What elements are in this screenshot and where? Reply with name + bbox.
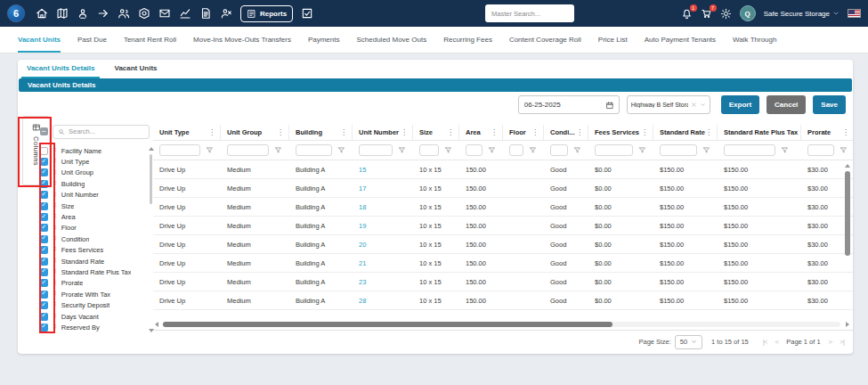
column-header-fees-services[interactable]: Fees Services⋮	[588, 125, 653, 140]
column-checkbox[interactable]	[40, 246, 48, 254]
calendar-icon[interactable]	[605, 101, 614, 110]
column-header-standard-rate[interactable]: Standard Rate⋮	[653, 125, 718, 140]
column-menu-icon[interactable]: ⋮	[705, 128, 712, 136]
next-page-button[interactable]: >	[829, 338, 832, 346]
drag-handle-icon[interactable]: ⠿	[53, 269, 57, 275]
chart-icon[interactable]	[179, 7, 191, 20]
column-filter-input[interactable]	[359, 144, 393, 156]
column-checkbox[interactable]	[40, 191, 48, 199]
facility-select[interactable]: Highway B Self Storage	[627, 95, 710, 114]
column-header-area[interactable]: Area⋮	[459, 125, 503, 140]
drag-handle-icon[interactable]: ⠿	[53, 170, 57, 176]
column-menu-icon[interactable]: ⋮	[340, 128, 347, 136]
date-picker[interactable]	[518, 95, 620, 114]
column-checkbox[interactable]	[40, 235, 48, 243]
column-menu-icon[interactable]: ⋮	[447, 128, 454, 136]
drag-handle-icon[interactable]: ⠿	[53, 324, 57, 331]
column-header-unit-group[interactable]: Unit Group⋮	[221, 125, 289, 140]
drag-handle-icon[interactable]: ⠿	[53, 192, 57, 199]
tab-move-ins-move-outs-transfers[interactable]: Move-Ins Move-Outs Transfers	[193, 27, 291, 53]
subtab-vacant-units[interactable]: Vacant Units	[109, 60, 162, 78]
column-header-standard-rate-plus-tax[interactable]: Standard Rate Plus Tax⋮	[718, 125, 801, 140]
column-menu-icon[interactable]: ⋮	[401, 128, 408, 136]
column-checkbox[interactable]	[40, 180, 48, 188]
column-filter-input[interactable]	[595, 144, 633, 156]
tab-scheduled-move-outs[interactable]: Scheduled Move Outs	[356, 27, 426, 53]
mail-icon[interactable]	[158, 7, 171, 20]
column-filter-input[interactable]	[227, 144, 269, 156]
date-input[interactable]	[519, 101, 605, 109]
filter-funnel-icon[interactable]	[529, 146, 537, 154]
columns-search-input[interactable]	[69, 127, 131, 135]
filter-funnel-icon[interactable]	[444, 146, 452, 154]
drag-handle-icon[interactable]: ⠿	[53, 225, 57, 232]
column-filter-input[interactable]	[466, 144, 483, 156]
unit-number-link[interactable]: 21	[353, 254, 413, 272]
drag-handle-icon[interactable]: ⠿	[53, 159, 57, 165]
arrow-right-icon[interactable]	[97, 7, 110, 20]
tab-payments[interactable]: Payments	[308, 27, 340, 53]
filter-funnel-icon[interactable]	[206, 146, 214, 154]
column-menu-icon[interactable]: ⋮	[842, 128, 849, 136]
tab-tenant-rent-roll[interactable]: Tenant Rent Roll	[124, 27, 176, 53]
column-checkbox[interactable]	[40, 213, 48, 221]
cancel-button[interactable]: Cancel	[767, 95, 806, 114]
drag-handle-icon[interactable]: ⠿	[53, 291, 57, 298]
column-header-size[interactable]: Size⋮	[413, 125, 459, 140]
us-flag-icon[interactable]	[848, 9, 861, 18]
column-menu-icon[interactable]: ⋮	[208, 128, 215, 136]
unit-number-link[interactable]: 28	[353, 291, 413, 309]
column-filter-input[interactable]	[296, 144, 332, 156]
chevron-down-icon[interactable]	[700, 102, 706, 108]
column-header-floor[interactable]: Floor⋮	[503, 125, 544, 140]
unit-number-link[interactable]: 18	[353, 198, 413, 216]
scroll-thumb[interactable]	[150, 154, 152, 204]
filter-funnel-icon[interactable]	[337, 146, 345, 154]
filter-funnel-icon[interactable]	[840, 146, 848, 154]
tab-content-coverage-roll[interactable]: Content Coverage Roll	[509, 27, 581, 53]
documents-icon[interactable]	[199, 7, 212, 20]
column-header-building[interactable]: Building⋮	[289, 125, 353, 140]
column-filter-input[interactable]	[419, 144, 439, 156]
tab-recurring-fees[interactable]: Recurring Fees	[443, 27, 492, 53]
filter-funnel-icon[interactable]	[781, 146, 789, 154]
column-header-prorate[interactable]: Prorate⋮	[801, 125, 853, 140]
drag-handle-icon[interactable]: ⠿	[53, 281, 57, 287]
column-checkbox[interactable]	[40, 202, 48, 210]
column-header-unit-type[interactable]: Unit Type⋮	[153, 125, 221, 140]
prev-page-button[interactable]: <	[775, 338, 779, 346]
column-header-unit-number[interactable]: Unit Number⋮	[353, 125, 413, 140]
save-button[interactable]: Save	[813, 95, 846, 114]
filter-funnel-icon[interactable]	[702, 146, 710, 154]
map-icon[interactable]	[56, 7, 69, 20]
filter-funnel-icon[interactable]	[398, 146, 406, 154]
grid-horizontal-scrollbar[interactable]	[153, 322, 853, 328]
last-page-button[interactable]: >|	[840, 338, 844, 346]
column-filter-input[interactable]	[807, 144, 834, 156]
column-menu-icon[interactable]: ⋮	[641, 128, 648, 136]
column-checkbox[interactable]	[40, 268, 48, 276]
tab-price-list[interactable]: Price List	[598, 27, 628, 53]
move-out-icon[interactable]	[220, 7, 232, 20]
column-filter-input[interactable]	[509, 144, 523, 156]
app-logo[interactable]: 6	[7, 4, 25, 22]
tab-auto-payment-tenants[interactable]: Auto Payment Tenants	[645, 27, 716, 53]
tab-past-due[interactable]: Past Due	[77, 27, 107, 53]
scroll-right-arrow[interactable]	[846, 322, 849, 327]
subtab-vacant-units-details[interactable]: Vacant Units Details	[21, 60, 100, 78]
column-filter-input[interactable]	[724, 144, 775, 156]
column-checkbox[interactable]	[40, 258, 48, 266]
tenants-icon[interactable]	[118, 7, 130, 20]
home-icon[interactable]	[36, 7, 48, 20]
filter-funnel-icon[interactable]	[638, 146, 646, 154]
drag-handle-icon[interactable]: ⠿	[53, 181, 57, 187]
drag-handle-icon[interactable]: ⠿	[53, 258, 57, 265]
column-checkbox[interactable]	[40, 313, 48, 321]
move-in-icon[interactable]	[77, 7, 89, 20]
account-menu[interactable]: Safe Secure Storage	[764, 10, 840, 18]
drag-handle-icon[interactable]: ⠿	[53, 247, 57, 253]
unit-number-link[interactable]: 23	[353, 273, 413, 291]
user-avatar[interactable]: Q	[740, 5, 756, 21]
column-checkbox[interactable]	[40, 158, 48, 166]
page-size-select[interactable]: 50	[675, 335, 702, 349]
